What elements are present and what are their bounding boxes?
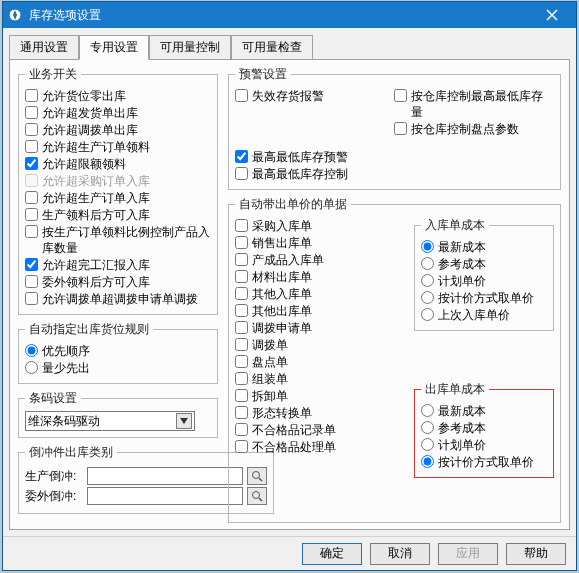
alert-right-checkbox-1[interactable] (394, 122, 407, 135)
doc-item-2[interactable]: 产成品入库单 (235, 252, 408, 268)
biz-switch-item-9[interactable]: 允许超完工汇报入库 (25, 257, 211, 273)
in-cost-opt-4[interactable]: 上次入库单价 (421, 307, 547, 323)
doc-item-checkbox-3[interactable] (235, 270, 248, 283)
alert-right-checkbox-0[interactable] (394, 89, 407, 102)
alert-left-0[interactable]: 失效存货报警 (235, 88, 386, 104)
alert-right-0[interactable]: 按仓库控制最高最低库存量 (394, 88, 554, 120)
biz-switch-item-6[interactable]: 允许超生产订单入库 (25, 190, 211, 206)
auto-loc-opt-label-1: 量少先出 (42, 360, 90, 376)
doc-item-1[interactable]: 销售出库单 (235, 235, 408, 251)
biz-switch-item-checkbox-1[interactable] (25, 106, 38, 119)
biz-switch-item-checkbox-8[interactable] (25, 225, 38, 238)
biz-switch-item-1[interactable]: 允许超发货单出库 (25, 105, 211, 121)
apply-button[interactable]: 应用 (438, 543, 498, 565)
close-button[interactable] (532, 5, 572, 25)
doc-item-3[interactable]: 材料出库单 (235, 269, 408, 285)
help-button[interactable]: 帮助 (506, 543, 566, 565)
doc-item-checkbox-6[interactable] (235, 321, 248, 334)
biz-switch-item-checkbox-10[interactable] (25, 275, 38, 288)
out-cost-opt-1[interactable]: 参考成本 (421, 420, 547, 436)
in-cost-opt-0[interactable]: 最新成本 (421, 239, 547, 255)
doc-item-11[interactable]: 形态转换单 (235, 405, 408, 421)
doc-item-6[interactable]: 调拨申请单 (235, 320, 408, 336)
in-cost-opt-2[interactable]: 计划单价 (421, 273, 547, 289)
doc-item-checkbox-7[interactable] (235, 338, 248, 351)
biz-switch-item-10[interactable]: 委外领料后方可入库 (25, 274, 211, 290)
biz-switch-item-7[interactable]: 生产领料后方可入库 (25, 207, 211, 223)
doc-item-checkbox-4[interactable] (235, 287, 248, 300)
input-outsrc-reverse[interactable] (87, 487, 243, 505)
doc-item-checkbox-0[interactable] (235, 219, 248, 232)
doc-item-checkbox-10[interactable] (235, 389, 248, 402)
in-cost-opt-3[interactable]: 按计价方式取单价 (421, 290, 547, 306)
auto-loc-opt-1[interactable]: 量少先出 (25, 360, 211, 376)
tab-special[interactable]: 专用设置 (79, 35, 149, 60)
biz-switch-item-11[interactable]: 允许调拨单超调拨申请单调拨 (25, 291, 211, 307)
doc-item-8[interactable]: 盘点单 (235, 354, 408, 370)
out-cost-opt-radio-1[interactable] (421, 421, 434, 434)
biz-switch-item-label-5: 允许超采购订单入库 (42, 173, 150, 189)
biz-switch-item-8[interactable]: 按生产订单领料比例控制产品入库数量 (25, 224, 211, 256)
alert-bottom-checkbox-1[interactable] (235, 167, 248, 180)
group-out-cost: 出库单成本 最新成本参考成本计划单价按计价方式取单价 (414, 381, 554, 478)
doc-item-7[interactable]: 调拨单 (235, 337, 408, 353)
biz-switch-item-checkbox-4[interactable] (25, 157, 38, 170)
cancel-button[interactable]: 取消 (370, 543, 430, 565)
biz-switch-item-3[interactable]: 允许超生产订单领料 (25, 139, 211, 155)
tab-avail-check[interactable]: 可用量检查 (231, 35, 313, 60)
doc-item-checkbox-9[interactable] (235, 372, 248, 385)
in-cost-opt-radio-1[interactable] (421, 257, 434, 270)
biz-switch-item-checkbox-0[interactable] (25, 89, 38, 102)
doc-item-9[interactable]: 组装单 (235, 371, 408, 387)
tab-general[interactable]: 通用设置 (9, 35, 79, 60)
doc-item-13[interactable]: 不合格品处理单 (235, 439, 408, 455)
in-cost-opt-1[interactable]: 参考成本 (421, 256, 547, 272)
in-cost-opt-radio-3[interactable] (421, 291, 434, 304)
out-cost-opt-0[interactable]: 最新成本 (421, 403, 547, 419)
biz-switch-item-4[interactable]: 允许超限额领料 (25, 156, 211, 172)
biz-switch-item-checkbox-6[interactable] (25, 191, 38, 204)
out-cost-opt-3[interactable]: 按计价方式取单价 (421, 454, 547, 470)
auto-loc-opt-radio-0[interactable] (25, 344, 38, 357)
auto-loc-opt-0[interactable]: 优先顺序 (25, 343, 211, 359)
in-cost-opt-radio-4[interactable] (421, 308, 434, 321)
out-cost-opt-radio-3[interactable] (421, 455, 434, 468)
auto-loc-opt-radio-1[interactable] (25, 361, 38, 374)
biz-switch-item-checkbox-7[interactable] (25, 208, 38, 221)
biz-switch-item-0[interactable]: 允许货位零出库 (25, 88, 211, 104)
input-prod-reverse[interactable] (87, 467, 243, 485)
barcode-driver-combo[interactable]: 维深条码驱动 (25, 411, 195, 431)
doc-item-5[interactable]: 其他出库单 (235, 303, 408, 319)
ok-button[interactable]: 确定 (302, 543, 362, 565)
biz-switch-item-checkbox-3[interactable] (25, 140, 38, 153)
alert-bottom-0[interactable]: 最高最低库存预警 (235, 149, 554, 165)
biz-switch-item-checkbox-9[interactable] (25, 258, 38, 271)
doc-item-checkbox-13[interactable] (235, 440, 248, 453)
tab-avail-control[interactable]: 可用量控制 (149, 35, 231, 60)
alert-right-1[interactable]: 按仓库控制盘点参数 (394, 121, 554, 137)
doc-item-4[interactable]: 其他入库单 (235, 286, 408, 302)
doc-item-12[interactable]: 不合格品记录单 (235, 422, 408, 438)
in-cost-opt-radio-2[interactable] (421, 274, 434, 287)
alert-left-checkbox-0[interactable] (235, 89, 248, 102)
window-title: 库存选项设置 (29, 7, 532, 24)
out-cost-opt-2[interactable]: 计划单价 (421, 437, 547, 453)
doc-item-10[interactable]: 拆卸单 (235, 388, 408, 404)
doc-item-checkbox-8[interactable] (235, 355, 248, 368)
doc-item-checkbox-1[interactable] (235, 236, 248, 249)
doc-item-checkbox-5[interactable] (235, 304, 248, 317)
doc-item-0[interactable]: 采购入库单 (235, 218, 408, 234)
out-cost-opt-radio-0[interactable] (421, 404, 434, 417)
legend-auto-loc: 自动指定出库货位规则 (25, 321, 153, 338)
doc-item-checkbox-2[interactable] (235, 253, 248, 266)
alert-bottom-1[interactable]: 最高最低库存控制 (235, 166, 554, 182)
biz-switch-item-checkbox-2[interactable] (25, 123, 38, 136)
biz-switch-item-2[interactable]: 允许超调拨单出库 (25, 122, 211, 138)
biz-switch-item-label-11: 允许调拨单超调拨申请单调拨 (42, 291, 198, 307)
biz-switch-item-checkbox-11[interactable] (25, 292, 38, 305)
doc-item-checkbox-12[interactable] (235, 423, 248, 436)
in-cost-opt-radio-0[interactable] (421, 240, 434, 253)
out-cost-opt-radio-2[interactable] (421, 438, 434, 451)
doc-item-checkbox-11[interactable] (235, 406, 248, 419)
alert-bottom-checkbox-0[interactable] (235, 150, 248, 163)
